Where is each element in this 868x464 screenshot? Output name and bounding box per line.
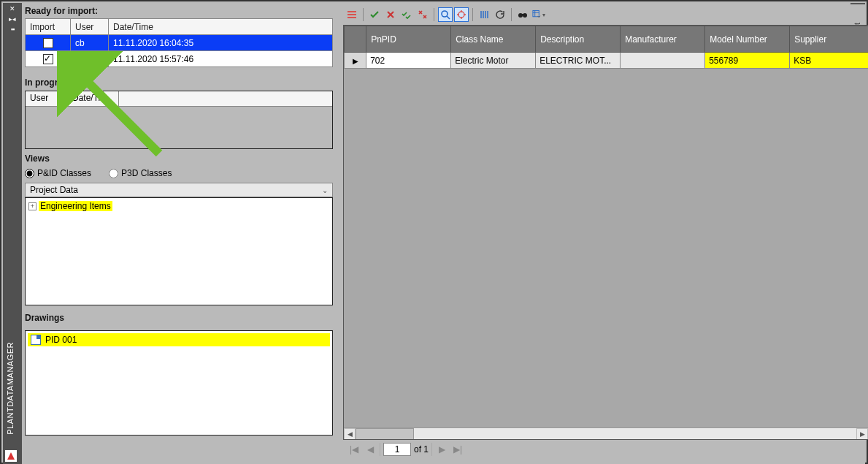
col-modelnumber[interactable]: Model Number bbox=[705, 26, 790, 53]
row-selector[interactable]: ▶ bbox=[345, 53, 366, 69]
radio-p3d-classes[interactable]: P3D Classes bbox=[109, 168, 172, 178]
col-user[interactable]: User bbox=[71, 19, 109, 35]
data-grid: PnPID Class Name Description Manufacture… bbox=[344, 26, 868, 69]
col-description[interactable]: Description bbox=[536, 26, 621, 53]
cell-modelnumber[interactable]: 556789 bbox=[705, 53, 790, 69]
in-progress-label: In progress: bbox=[25, 77, 337, 88]
cell-classname[interactable]: Electric Motor bbox=[451, 53, 536, 69]
import-checkbox[interactable] bbox=[43, 54, 53, 64]
col-supplier[interactable]: Supplier bbox=[790, 26, 868, 53]
table-dropdown-icon[interactable]: ▾ bbox=[531, 7, 546, 22]
left-rail-title: PLANTDATAMANAGER bbox=[6, 342, 15, 435]
table-row[interactable]: sn 11.11.2020 15:57:46 bbox=[26, 51, 333, 67]
svg-rect-5 bbox=[533, 10, 539, 16]
columns-icon[interactable] bbox=[477, 7, 491, 22]
scrollbar-thumb[interactable] bbox=[356, 428, 414, 440]
scroll-left-icon[interactable]: ◀ bbox=[344, 428, 356, 440]
import-checkbox[interactable] bbox=[43, 38, 53, 48]
check-icon[interactable] bbox=[367, 7, 382, 22]
close-icon[interactable]: ✕ bbox=[9, 5, 15, 12]
row-pointer-icon: ▶ bbox=[353, 57, 358, 65]
cell-description[interactable]: ELECTRIC MOT... bbox=[536, 53, 621, 69]
pager: |◀ ◀ of 1 ▶ ▶| bbox=[343, 440, 868, 459]
ready-for-import-label: Ready for import: bbox=[25, 6, 337, 16]
cell-supplier[interactable]: KSB bbox=[790, 53, 868, 69]
svg-point-0 bbox=[442, 11, 448, 17]
settings-dots-icon[interactable]: ▪▪ bbox=[11, 26, 14, 33]
col-import[interactable]: Import bbox=[26, 19, 71, 35]
last-page-icon[interactable]: ▶| bbox=[451, 443, 464, 456]
pin-left-icon[interactable]: ▸◂ bbox=[9, 15, 16, 23]
tree-item[interactable]: + Engineering Items bbox=[28, 201, 329, 211]
page-input[interactable] bbox=[383, 443, 411, 456]
next-page-icon[interactable]: ▶ bbox=[435, 443, 448, 456]
col-manufacturer[interactable]: Manufacturer bbox=[621, 26, 705, 53]
first-page-icon[interactable]: |◀ bbox=[347, 443, 361, 456]
col-datetime[interactable]: Date/Time bbox=[109, 19, 333, 35]
drawing-item[interactable]: PID 001 bbox=[28, 333, 330, 346]
zoom-icon[interactable] bbox=[438, 7, 453, 22]
cell-pnpid[interactable]: 702 bbox=[366, 53, 451, 69]
scroll-right-icon[interactable]: ▶ bbox=[856, 428, 868, 440]
drawings-list: PID 001 bbox=[25, 330, 333, 436]
drawings-label: Drawings bbox=[25, 313, 337, 323]
chevron-down-icon: ⌄ bbox=[322, 186, 328, 194]
file-icon bbox=[31, 335, 41, 345]
col-pnpid[interactable]: PnPID bbox=[366, 26, 451, 53]
x-multi-icon[interactable] bbox=[415, 7, 430, 22]
svg-rect-4 bbox=[521, 14, 524, 15]
in-progress-table: User Date/Tim bbox=[25, 91, 333, 149]
target-icon[interactable] bbox=[454, 7, 469, 22]
table-row[interactable]: cb 11.11.2020 16:04:35 bbox=[26, 35, 333, 51]
cell-manufacturer[interactable] bbox=[621, 53, 705, 69]
table-row[interactable]: ▶ 702 Electric Motor ELECTRIC MOT... 556… bbox=[345, 53, 869, 69]
radio-pid-classes[interactable]: P&ID Classes bbox=[25, 168, 91, 178]
x-icon[interactable] bbox=[383, 7, 398, 22]
refresh-icon[interactable] bbox=[493, 7, 507, 22]
app-badge-icon bbox=[5, 450, 17, 462]
prev-page-icon[interactable]: ◀ bbox=[364, 443, 377, 456]
project-data-dropdown[interactable]: Project Data ⌄ bbox=[25, 183, 333, 197]
list-icon[interactable] bbox=[345, 7, 359, 22]
binoculars-icon[interactable] bbox=[515, 7, 530, 22]
tree-expand-icon[interactable]: + bbox=[28, 202, 37, 210]
views-label: Views bbox=[25, 153, 337, 164]
col-user[interactable]: User bbox=[26, 91, 68, 106]
check-multi-icon[interactable] bbox=[399, 7, 414, 22]
svg-point-1 bbox=[458, 12, 464, 18]
horizontal-scrollbar[interactable]: ◀ ▶ bbox=[344, 427, 868, 439]
tree-view[interactable]: + Engineering Items bbox=[25, 197, 333, 305]
page-of-label: of 1 bbox=[414, 444, 429, 455]
toolbar: ▾ bbox=[343, 6, 868, 23]
ready-for-import-table: Import User Date/Time cb 11.11.2020 16:0… bbox=[25, 18, 333, 67]
col-datetime[interactable]: Date/Tim bbox=[68, 91, 119, 106]
col-classname[interactable]: Class Name bbox=[451, 26, 536, 53]
